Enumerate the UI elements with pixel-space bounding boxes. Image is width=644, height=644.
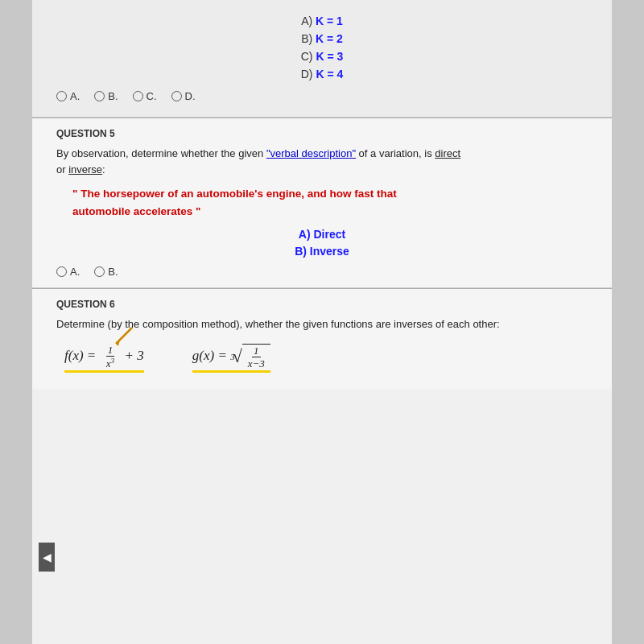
radio-label-D: D. [185, 90, 196, 102]
question5-section: QUESTION 5 By observation, determine whe… [32, 118, 612, 288]
q5-optB-letter: B) [295, 245, 310, 258]
option-C: C) K = 3 [56, 50, 588, 63]
radio-A[interactable]: A. [56, 90, 80, 102]
answer-options-top: A) K = 1 B) K = 2 C) K = 3 D) K = 4 [56, 14, 588, 80]
question6-label: QUESTION 6 [56, 299, 588, 310]
q5-text3: or [56, 163, 68, 175]
radio-row-top: A. B. C. D. [56, 90, 588, 102]
q5-verbal-link: "verbal description" [266, 147, 356, 159]
radio-D[interactable]: D. [171, 90, 196, 102]
q5-inverse-text: inverse [68, 163, 102, 175]
radio-label-C: C. [147, 90, 157, 102]
q5-radio-label-B: B. [108, 266, 118, 278]
q5-radio-circle-A[interactable] [56, 266, 67, 277]
q5-direct-text: direct [435, 147, 460, 159]
func1-expr: f(x) = 1 x3 + 3 [64, 344, 144, 374]
q5-answer-options: A) Direct B) Inverse [56, 228, 588, 258]
option-B: B) K = 2 [56, 32, 588, 45]
math-expressions-row: f(x) = 1 x3 + 3 [64, 344, 588, 374]
func1-label: f(x) = 1 x3 + 3 [64, 348, 144, 363]
q5-radio-B[interactable]: B. [94, 266, 118, 278]
radio-label-A: A. [70, 90, 80, 102]
q5-option-A: A) Direct [56, 228, 588, 241]
func2-full: g(x) = 3√1x−3 [192, 344, 270, 373]
question6-text: Determine (by the composition method), w… [56, 316, 588, 332]
radio-B[interactable]: B. [94, 90, 118, 102]
q5-text1: By observation, determine whether the gi… [56, 147, 266, 159]
radio-circle-C[interactable] [133, 91, 143, 101]
radio-label-B: B. [108, 90, 118, 102]
option-D: D) K = 4 [56, 68, 588, 80]
func2-label: g(x) = 3√1x−3 [192, 348, 270, 363]
func2-num: 1 [252, 345, 261, 358]
q5-colon: : [102, 163, 105, 175]
func2-den: x−3 [246, 357, 266, 370]
top-answer-section: A) K = 1 B) K = 2 C) K = 3 D) K = 4 A. B… [32, 0, 612, 118]
radio-circle-D[interactable] [171, 91, 182, 101]
radio-C[interactable]: C. [133, 90, 157, 102]
func1-fraction: 1 x3 [105, 344, 116, 371]
q5-radio-circle-B[interactable] [94, 266, 105, 277]
q5-quote: " The horsepower of an automobile's engi… [72, 185, 588, 220]
radio-circle-A[interactable] [56, 91, 67, 101]
nav-left-arrow[interactable]: ◀ [39, 543, 55, 572]
question5-label: QUESTION 5 [56, 128, 588, 139]
func1-den: x3 [105, 357, 116, 370]
q5-radio-label-A: A. [70, 266, 80, 278]
option-A: A) K = 1 [56, 14, 588, 27]
q5-optA-letter: A) [299, 228, 314, 241]
radio-circle-B[interactable] [94, 91, 105, 101]
question5-text: By observation, determine whether the gi… [56, 146, 588, 177]
func2-fraction: 1x−3 [246, 345, 266, 370]
q5-radio-A[interactable]: A. [56, 266, 80, 278]
q5-text2: of a variation, is [356, 147, 435, 159]
q5-radio-row: A. B. [56, 266, 588, 278]
question6-section: QUESTION 6 Determine (by the composition… [32, 289, 612, 389]
cube-root: 3√1x−3 [230, 344, 270, 370]
pen-annotation [112, 324, 136, 348]
func2-expr: g(x) = 3√1x−3 [192, 344, 270, 373]
func1-full: f(x) = 1 x3 + 3 [64, 344, 144, 374]
q5-option-B: B) Inverse [56, 245, 588, 258]
